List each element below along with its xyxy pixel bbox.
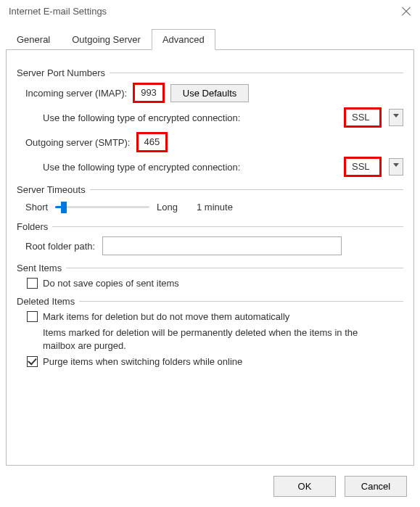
timeout-short-label: Short [25, 202, 48, 213]
group-server-port-numbers: Server Port Numbers [17, 67, 403, 78]
email-settings-dialog: Internet E-mail Settings General Outgoin… [0, 0, 420, 507]
window-title: Internet E-mail Settings [9, 6, 107, 17]
group-folders: Folders [17, 221, 403, 232]
timeout-slider[interactable] [55, 199, 149, 214]
dont-save-copies-label: Do not save copies of sent items [43, 278, 179, 289]
mark-for-deletion-label: Mark items for deletion but do not move … [43, 311, 289, 322]
group-server-timeouts: Server Timeouts [17, 184, 403, 195]
dialog-button-bar: OK Cancel [0, 466, 420, 507]
incoming-port-input[interactable]: 993 [133, 83, 165, 103]
incoming-server-label: Incoming server (IMAP): [25, 88, 127, 99]
ok-button[interactable]: OK [273, 476, 336, 497]
group-label: Server Timeouts [17, 184, 86, 195]
timeout-value: 1 minute [197, 202, 233, 213]
purge-items-checkbox[interactable] [27, 356, 38, 367]
divider [52, 226, 403, 227]
outgoing-encryption-select[interactable]: SSL [344, 157, 382, 177]
incoming-encryption-select[interactable]: SSL [344, 107, 382, 128]
titlebar: Internet E-mail Settings [0, 0, 420, 24]
outgoing-port-input[interactable]: 465 [136, 132, 168, 152]
group-label: Server Port Numbers [17, 67, 105, 78]
use-defaults-button[interactable]: Use Defaults [170, 84, 249, 102]
group-label: Folders [17, 221, 48, 232]
purge-items-label: Purge items when switching folders while… [43, 356, 242, 367]
advanced-panel: Server Port Numbers Incoming server (IMA… [6, 50, 414, 466]
tab-outgoing-server[interactable]: Outgoing Server [61, 29, 152, 50]
tab-general[interactable]: General [6, 29, 61, 50]
tab-advanced[interactable]: Advanced [152, 29, 215, 50]
divider [66, 268, 403, 268]
group-label: Sent Items [17, 263, 62, 273]
incoming-encryption-label: Use the following type of encrypted conn… [43, 112, 240, 123]
outgoing-encryption-dropdown[interactable] [389, 158, 403, 176]
deletion-help-text: Items marked for deletion will be perman… [43, 326, 391, 352]
root-folder-label: Root folder path: [25, 241, 95, 252]
slider-track [55, 206, 149, 208]
root-folder-input[interactable] [102, 236, 342, 255]
outgoing-encryption-label: Use the following type of encrypted conn… [43, 162, 240, 173]
divider [79, 301, 403, 302]
chevron-down-icon [393, 115, 399, 120]
incoming-encryption-dropdown[interactable] [389, 109, 403, 126]
divider [110, 73, 403, 73]
divider [90, 189, 403, 190]
dont-save-copies-checkbox[interactable] [27, 278, 38, 289]
mark-for-deletion-checkbox[interactable] [27, 311, 38, 322]
group-label: Deleted Items [17, 296, 75, 307]
slider-thumb[interactable] [61, 202, 67, 213]
cancel-button[interactable]: Cancel [345, 476, 407, 497]
chevron-down-icon [393, 164, 399, 170]
tab-strip: General Outgoing Server Advanced [6, 28, 414, 50]
close-icon[interactable] [401, 7, 411, 17]
group-sent-items: Sent Items [17, 263, 403, 273]
group-deleted-items: Deleted Items [17, 296, 403, 307]
timeout-long-label: Long [157, 202, 178, 213]
outgoing-server-label: Outgoing server (SMTP): [25, 137, 131, 148]
